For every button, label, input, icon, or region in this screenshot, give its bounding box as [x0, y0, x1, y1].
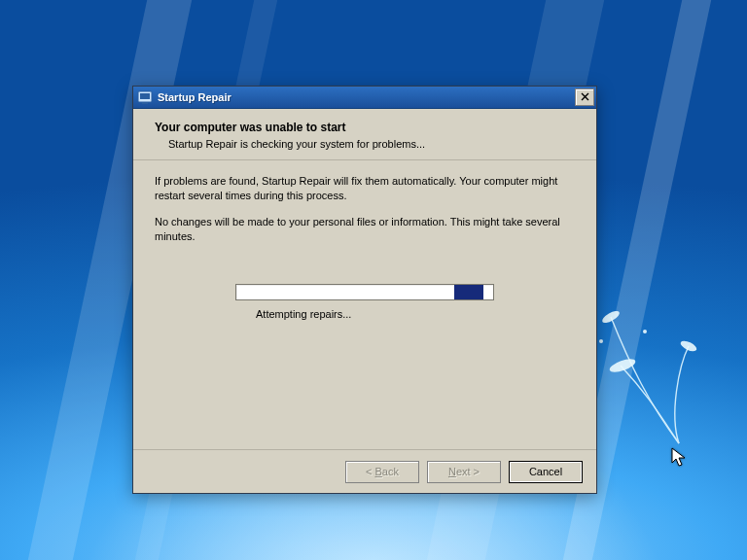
cancel-button[interactable]: Cancel — [509, 461, 583, 483]
close-icon — [581, 91, 589, 103]
progress-bar — [235, 284, 494, 300]
dialog-footer: < Back Next > Cancel — [133, 449, 596, 493]
dialog-header: Your computer was unable to start Startu… — [133, 109, 596, 160]
window-title: Startup Repair — [158, 91, 575, 103]
progress-fill — [454, 285, 483, 299]
next-button: Next > — [427, 461, 501, 483]
progress-label: Attempting repairs... — [256, 308, 575, 320]
startup-repair-icon — [137, 89, 153, 105]
title-bar[interactable]: Startup Repair — [133, 87, 596, 109]
dialog-subheading: Startup Repair is checking your system f… — [168, 138, 575, 150]
next-button-label: Next > — [448, 466, 480, 477]
dialog-body: If problems are found, Startup Repair wi… — [133, 160, 596, 320]
cancel-button-label: Cancel — [529, 466, 562, 477]
svg-rect-6 — [140, 93, 150, 99]
body-text-2: No changes will be made to your personal… — [155, 215, 575, 244]
startup-repair-dialog: Startup Repair Your computer was unable … — [132, 86, 597, 494]
close-button[interactable] — [575, 88, 594, 106]
svg-point-2 — [679, 339, 698, 354]
svg-point-4 — [643, 330, 647, 333]
body-text-1: If problems are found, Startup Repair wi… — [155, 174, 575, 203]
back-button: < Back — [345, 461, 419, 483]
svg-rect-7 — [142, 102, 148, 104]
dialog-heading: Your computer was unable to start — [155, 121, 575, 134]
dialog-client-area: Your computer was unable to start Startu… — [133, 109, 596, 493]
back-button-label: < Back — [366, 466, 399, 477]
progress-section: Attempting repairs... — [155, 284, 575, 320]
desktop-background: Startup Repair Your computer was unable … — [0, 0, 747, 560]
mouse-cursor-icon — [671, 447, 687, 469]
svg-point-3 — [599, 339, 603, 343]
